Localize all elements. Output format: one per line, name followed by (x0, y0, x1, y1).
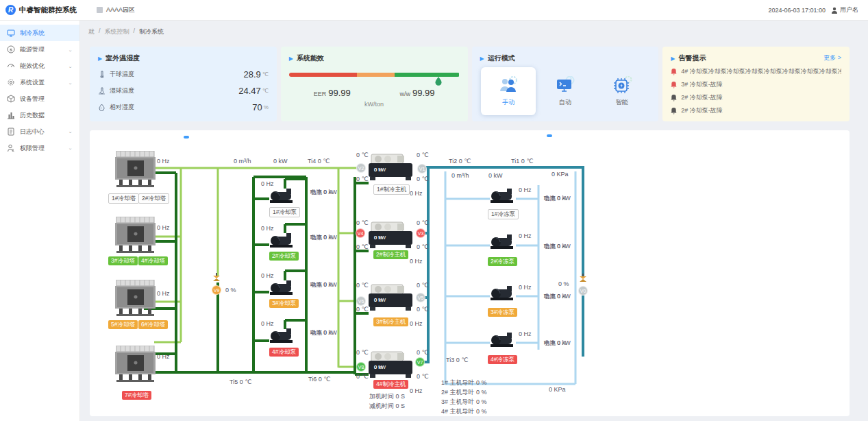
tower-badge[interactable]: 4#冷却塔 (138, 256, 168, 265)
mode-auto[interactable]: 自动 (538, 67, 593, 115)
cooling-tower-2[interactable] (115, 217, 156, 254)
alarms-more-link[interactable]: 更多 > (823, 53, 841, 62)
chiller-badge[interactable]: 2#制冷主机 (373, 250, 408, 259)
tower-badge[interactable]: 3#冷却塔 (108, 256, 138, 265)
bar-segment-red (289, 73, 358, 77)
cooling-pump-2[interactable] (269, 232, 294, 249)
cooling-pump-4[interactable] (269, 327, 294, 344)
bar-segment-orange (357, 73, 395, 77)
valve-v4[interactable]: V4 (356, 228, 365, 238)
chilled-pump-2[interactable] (490, 233, 516, 251)
valve-v3[interactable]: V3 (416, 228, 425, 238)
chiller-badge[interactable]: 1#制冷主机 (373, 184, 410, 195)
tower-badge[interactable]: 7#冷却塔 (122, 391, 151, 400)
chilled-pump-1[interactable] (490, 187, 516, 205)
cooling-pump-1[interactable] (269, 187, 294, 204)
sidebar-item-system-settings[interactable]: 系统设置 ⌄ (0, 74, 79, 91)
fpump-badge[interactable]: 1#冷冻泵 (488, 209, 519, 219)
sidebar-item-label: 能效优化 (20, 62, 45, 71)
chevron-down-icon: ⌄ (68, 63, 73, 68)
tower3-hz: 0 Hz (157, 290, 170, 297)
sidebar-item-history-data[interactable]: 历史数据 (0, 107, 79, 123)
alarm-row[interactable]: 2# 冷却泵-故障 (671, 106, 841, 115)
chiller-badge[interactable]: 3#制冷主机 (373, 317, 408, 326)
valve-v6[interactable]: V6 (356, 296, 366, 306)
sidebar-item-energy-mgmt[interactable]: 能源管理 ⌄ (0, 41, 79, 58)
row-value: 28.9 (243, 69, 260, 80)
ti1-label: Ti1 0 ℃ (511, 158, 533, 165)
cooling-pump-3[interactable] (269, 279, 294, 296)
fpump2-hz: 0 Hz (519, 232, 532, 239)
sidebar-item-label: 系统设置 (20, 78, 45, 87)
sidebar-item-device-mgmt[interactable]: 设备管理 (0, 91, 79, 107)
cooling-tower-4[interactable] (115, 346, 156, 383)
chilled-pump-3[interactable] (490, 285, 516, 302)
tower-badge[interactable]: 2#冷却塔 (138, 193, 169, 204)
v0-position: 0 % (558, 280, 569, 287)
chevron-down-icon: ⌄ (68, 80, 73, 84)
alarm-row[interactable]: 2# 冷却泵-故障 (671, 93, 841, 102)
ti5-label: Ti5 0 ℃ (230, 378, 251, 385)
tower-badge[interactable]: 5#冷却塔 (108, 320, 138, 329)
sidebar-item-efficiency-opt[interactable]: 能效优化 ⌄ (0, 58, 79, 74)
sidebar-item-label: 设备管理 (20, 95, 45, 104)
mode-label: 智能 (616, 98, 628, 107)
cop-badge: 功率 0 kW冷量 0 kWCOP 0 w/w (547, 134, 552, 137)
humidity-row: 相对湿度 70 % (98, 102, 269, 112)
fpump-badge[interactable]: 2#冷冻泵 (488, 257, 517, 266)
alarm-row[interactable]: 3# 冷却泵-故障 (671, 80, 841, 89)
gauge-icon (7, 62, 15, 70)
card-system-efficiency: ▶ 系统能效 EER99.99 w/w99.99 kW/ton (281, 47, 468, 121)
mode-manual[interactable]: 手动 (481, 67, 536, 115)
valve-v8[interactable]: V8 (356, 362, 366, 372)
user-menu[interactable]: 用户名 (831, 5, 858, 14)
cooling-tower-3[interactable] (115, 280, 156, 317)
title-bullet-icon: ▶ (671, 56, 675, 62)
tab-park[interactable]: AAAA园区 (87, 0, 145, 21)
row-label: 相对湿度 (110, 103, 134, 112)
mode-smart[interactable]: 智能 (595, 67, 649, 115)
tower-badge[interactable]: 1#冷却塔 (108, 193, 139, 204)
chiller-badge[interactable]: 4#制冷主机 (373, 380, 408, 389)
alarm-row[interactable]: 4# 冷却泵冷却泵冷却泵冷却泵冷却泵冷却泵冷却泵冷却泵冷却泵冷却... (671, 67, 841, 76)
breadcrumb-sep: / (99, 27, 101, 36)
chilled-pump-4[interactable] (490, 331, 516, 349)
chiller2-outlet-temp: 0 ℃ (356, 243, 369, 250)
cpump-badge[interactable]: 1#冷却泵 (269, 207, 300, 217)
chilled-flow-label: 0 m³/h (451, 172, 469, 179)
cpump2-hz: 0 Hz (261, 225, 274, 232)
vane4-label: 4# 主机导叶 0 % (441, 407, 487, 416)
card-title: 告警提示 (678, 53, 706, 63)
add-machine-time: 加机时间 0 S (369, 392, 405, 401)
sidebar-item-permission-mgmt[interactable]: 权限管理 ⌄ (0, 140, 79, 156)
cpump-badge[interactable]: 3#冷却泵 (269, 299, 299, 308)
ti4-label: Ti4 0 ℃ (308, 158, 330, 165)
breadcrumb-home[interactable]: 就 (88, 27, 95, 36)
fpump-badge[interactable]: 4#冷冻泵 (488, 355, 517, 364)
valve-v1[interactable]: V1 (417, 164, 427, 173)
valve-v9[interactable]: V9 (212, 285, 221, 295)
tower2-hz: 0 Hz (157, 224, 170, 231)
valve-v0[interactable]: V0 (578, 286, 588, 296)
sidebar-item-cooling-system[interactable]: 制冷系统 (0, 25, 79, 41)
cooling-tower-1[interactable] (115, 151, 156, 188)
ti2-label: Ti2 0 ℃ (449, 158, 471, 165)
tower-badge[interactable]: 6#冷却塔 (138, 320, 168, 329)
alarm-text: 4# 冷却泵冷却泵冷却泵冷却泵冷却泵冷却泵冷却泵冷却泵冷却泵冷却... (681, 67, 841, 76)
cpump-badge[interactable]: 2#冷却泵 (269, 252, 299, 261)
gear-icon (7, 78, 15, 86)
fpump-badge[interactable]: 3#冷冻泵 (488, 308, 517, 317)
valve-v5[interactable]: V5 (416, 293, 425, 302)
sidebar-item-log-center[interactable]: 日志中心 ⌄ (0, 123, 79, 140)
chiller4-inlet-temp: 0 ℃ (356, 349, 369, 356)
card-title: 室外温湿度 (106, 53, 140, 63)
row-label: 湿球温度 (110, 86, 134, 95)
valve-v7[interactable]: V7 (415, 357, 425, 367)
breadcrumb-system-control[interactable]: 系统控制 (105, 27, 129, 36)
valve-v2[interactable]: V2 (356, 163, 366, 173)
park-tab-label: AAAA园区 (106, 5, 135, 14)
sidebar-item-label: 能源管理 (20, 45, 45, 54)
cpump-badge[interactable]: 4#冷却泵 (269, 348, 299, 357)
fpump4-hz: 0 Hz (519, 330, 532, 337)
bar-segment-green (395, 73, 460, 77)
